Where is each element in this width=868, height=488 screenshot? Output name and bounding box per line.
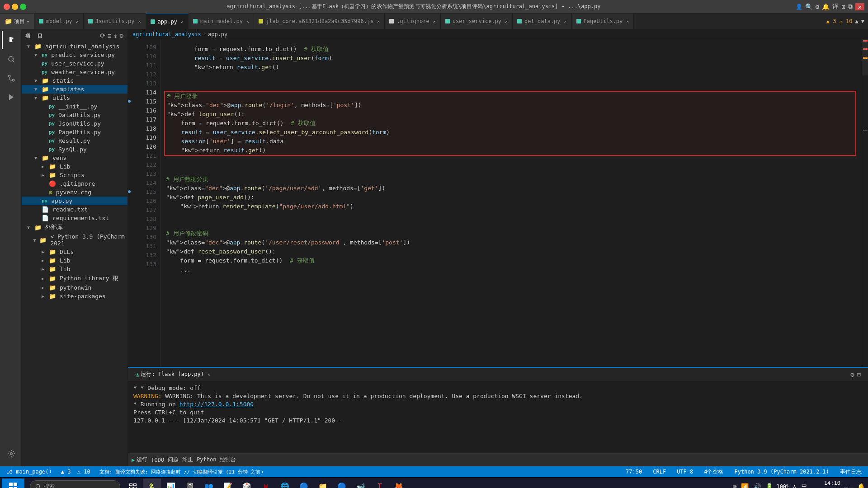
notification-icon[interactable]: 🔔 (822, 3, 830, 10)
tree-item-DLLs[interactable]: ▶ 📁 DLLs (22, 248, 127, 256)
python-console-btn[interactable]: Python 控制台 (197, 456, 236, 464)
tree-item-venv[interactable]: ▼ 📁 venv (22, 154, 127, 162)
wps-taskbar[interactable]: W (257, 479, 275, 488)
taskbar-search-btn[interactable]: 搜索 (27, 479, 123, 488)
file-encoding[interactable]: UTF-8 (674, 469, 696, 475)
sync-icon[interactable]: ⟳ (100, 32, 106, 39)
chevron-up-icon[interactable]: ▲ (855, 18, 859, 24)
taskview-btn[interactable] (124, 479, 142, 488)
close-x-icon[interactable]: ✕ (855, 3, 864, 10)
run-icon[interactable] (2, 88, 20, 106)
maximize-button[interactable] (20, 4, 26, 10)
run-btn[interactable]: ▶ 运行 (132, 456, 147, 464)
tree-item-pythonwin[interactable]: ▶ 📁 pythonwin (22, 283, 127, 292)
ime-icon[interactable]: 中 (800, 483, 809, 488)
tab-PageUtils-py[interactable]: PageUtils.py ✕ (572, 14, 634, 29)
tree-item-Python-library--[interactable]: ▶ 📁 Python library 根 (22, 273, 127, 283)
tree-item-requirements-txt[interactable]: 📄 requirements.txt (22, 214, 127, 222)
search-top-icon[interactable]: 🔍 (805, 3, 813, 10)
tree-item-JsonUtils-py[interactable]: py JsonUtils.py (22, 119, 127, 128)
tree-item-templates[interactable]: ▼ 📁 templates (22, 85, 127, 94)
indent-size[interactable]: 4个空格 (701, 468, 726, 476)
line-ending[interactable]: CRLF (650, 469, 669, 475)
tab-close-icon[interactable]: ✕ (76, 19, 79, 24)
code-editor[interactable]: form = request.form.to_dict() # 获取值 resu… (160, 39, 862, 367)
taskbar-search[interactable]: 搜索 (30, 480, 120, 488)
settings-icon[interactable]: ⚙ (816, 3, 819, 10)
tab-close-icon[interactable]: ✕ (181, 19, 184, 24)
explorer-icon[interactable] (2, 31, 20, 49)
vcs-icon[interactable] (2, 69, 20, 87)
network-icon[interactable]: 📶 (740, 483, 750, 488)
battery-icon[interactable]: 🔋 (764, 483, 774, 488)
tree-item-DataUtils-py[interactable]: py DataUtils.py (22, 111, 127, 119)
tree-item-utils[interactable]: ▼ 📁 utils (22, 94, 127, 102)
project-tab[interactable]: 📁 项目 ▾ (0, 14, 34, 29)
close-button[interactable] (4, 4, 10, 10)
files-taskbar[interactable]: 📁 (314, 479, 332, 488)
tree-item-PageUtils-py[interactable]: py PageUtils.py (22, 128, 127, 136)
cursor-position[interactable]: 77:50 (623, 469, 645, 475)
taskbar-clock[interactable]: 14:10 2024/1/12 周五 (811, 479, 854, 488)
pycharm2-taskbar[interactable]: 🔵 (333, 479, 351, 488)
tab-close-icon[interactable]: ✕ (433, 19, 436, 24)
volume-icon[interactable]: 🔊 (752, 483, 762, 488)
app1-taskbar[interactable]: 🐋 (352, 479, 370, 488)
tree-item---Python-3-9--PyCharm-2021[interactable]: ▼ 📁 < Python 3.9 (PyCharm 2021 (22, 232, 127, 248)
tab-close-icon[interactable]: ✕ (377, 19, 380, 24)
pycharm-taskbar[interactable]: 🐍 (143, 479, 161, 488)
edge-taskbar[interactable]: 🔵 (295, 479, 313, 488)
collapse-all-icon[interactable]: ≡ (108, 32, 112, 39)
python-version[interactable]: Python 3.9 (PyCharm 2021.2.1) (731, 469, 832, 475)
tree-item-predict-service-py[interactable]: ▼ py predict_service.py (22, 51, 127, 59)
tab-get_data-py[interactable]: get_data.py ✕ (513, 14, 572, 29)
tab-app-py[interactable]: app.py ✕ (146, 14, 189, 29)
keyboard-icon[interactable]: ⌨ (731, 483, 738, 488)
expand-terminal-icon[interactable]: ⊟ (857, 371, 861, 378)
problems-btn[interactable]: 问题 (168, 456, 179, 464)
problems-count[interactable]: ▲ 3 ⚠ 10 (58, 469, 93, 475)
tab-close-icon[interactable]: ✕ (505, 19, 508, 24)
project-dropdown-icon[interactable]: ▾ (27, 19, 29, 24)
event-log[interactable]: 事件日志 (837, 468, 864, 476)
tree-item-readme-txt[interactable]: 📄 readme.txt (22, 205, 127, 214)
stop-btn[interactable]: 终止 (182, 456, 193, 464)
settings-bottom-icon[interactable] (2, 445, 20, 463)
app2-taskbar[interactable]: T (371, 479, 389, 488)
tab-jlab_core-a61821d8a2a9c35d7996-js[interactable]: jlab_core.a61821d8a2a9c35d7996.js ✕ (254, 14, 385, 29)
tab-JsonUtils-py[interactable]: JsonUtils.py ✕ (84, 14, 146, 29)
tree-item-user-service-py[interactable]: py user_service.py (22, 59, 127, 68)
settings-gear-icon[interactable]: ⚙ (850, 371, 854, 378)
app3-taskbar[interactable]: 🦊 (390, 479, 408, 488)
tree-item--gitignore[interactable]: 🔴 .gitignore (22, 179, 127, 188)
profile-icon[interactable]: 👤 (796, 4, 802, 10)
browser-taskbar[interactable]: 🌐 (276, 479, 294, 488)
todo-btn[interactable]: TODO (151, 457, 164, 463)
tree-item-Scripts[interactable]: ▶ 📁 Scripts (22, 171, 127, 179)
restore-icon[interactable]: ⧉ (848, 3, 853, 10)
gear-icon[interactable]: ⚙ (120, 32, 124, 39)
tree-item-Lib[interactable]: ▶ 📁 Lib (22, 256, 127, 265)
tab-main_model-py[interactable]: main_model.py ✕ (189, 14, 254, 29)
tab-user_service-py[interactable]: user_service.py ✕ (441, 14, 513, 29)
minimize-button[interactable] (12, 4, 18, 10)
3d-taskbar[interactable]: 🎲 (238, 479, 256, 488)
expand-icon[interactable]: ⊞ (841, 3, 845, 10)
breadcrumb-project[interactable]: agricultural_analysis (132, 31, 201, 38)
tree-item---init---py[interactable]: py __init__.py (22, 102, 127, 111)
tree-item-Lib[interactable]: ▶ 📁 Lib (22, 162, 127, 171)
tree-item-Result-py[interactable]: py Result.py (22, 136, 127, 145)
start-button[interactable] (2, 479, 24, 488)
word-taskbar[interactable]: 📝 (219, 479, 237, 488)
onenote-taskbar[interactable]: 📓 (181, 479, 199, 488)
chevron-tray[interactable]: ∧ (791, 483, 797, 488)
flask-url[interactable]: http://127.0.0.1:5000 (179, 401, 254, 408)
search-icon[interactable] (2, 50, 20, 68)
tree-item-pyvenv-cfg[interactable]: ⚙ pyvenv.cfg (22, 188, 127, 197)
tab-close-icon[interactable]: ✕ (626, 19, 629, 24)
tree-item-weather-service-py[interactable]: py weather_service.py (22, 68, 127, 76)
excel-taskbar[interactable]: 📊 (162, 479, 180, 488)
tree-item-app-py[interactable]: py app.py (22, 197, 127, 205)
translate-status[interactable]: 文档: 翻译文档失败: 网络连接超时 // 切换翻译引擎 (21 分钟 之前) (97, 469, 266, 475)
tree-item----[interactable]: ▼ 📁 外部库 (22, 222, 127, 232)
